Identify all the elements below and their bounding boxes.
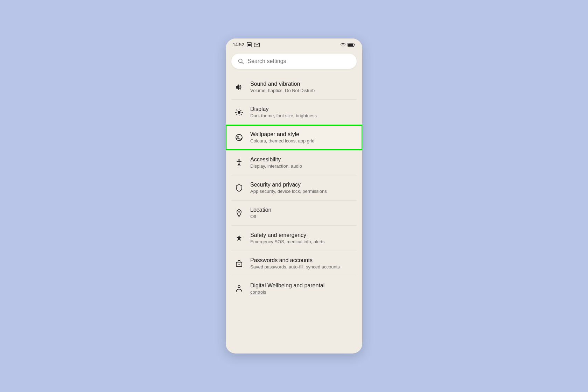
phone-frame: 14:52 <box>226 38 362 354</box>
search-input[interactable] <box>247 58 350 64</box>
passwords-subtitle: Saved passwords, auto-fill, synced accou… <box>250 264 340 270</box>
security-subtitle: App security, device lock, permissions <box>250 189 327 194</box>
status-time: 14:52 <box>233 42 244 47</box>
settings-item-sound[interactable]: Sound and vibration Volume, haptics, Do … <box>226 75 362 99</box>
settings-item-passwords[interactable]: Passwords and accounts Saved passwords, … <box>226 251 362 276</box>
wifi-icon <box>340 42 346 47</box>
location-subtitle: Off <box>250 214 272 219</box>
location-icon <box>234 208 244 218</box>
svg-point-19 <box>239 264 240 265</box>
wellbeing-subtitle: controls <box>250 289 324 295</box>
accessibility-title: Accessibility <box>250 156 302 163</box>
wallpaper-icon <box>234 133 244 142</box>
accessibility-icon <box>234 158 244 168</box>
search-icon <box>238 58 244 65</box>
safety-icon <box>234 233 244 243</box>
display-subtitle: Dark theme, font size, brightness <box>250 113 317 118</box>
safety-item-text: Safety and emergency Emergency SOS, medi… <box>250 232 324 244</box>
battery-icon <box>348 43 355 47</box>
security-icon <box>234 183 244 193</box>
location-item-text: Location Off <box>250 207 272 219</box>
svg-rect-5 <box>348 43 353 46</box>
safety-title: Safety and emergency <box>250 232 324 238</box>
sound-title: Sound and vibration <box>250 81 315 87</box>
settings-item-accessibility[interactable]: Accessibility Display, interaction, audi… <box>226 150 362 175</box>
sound-item-text: Sound and vibration Volume, haptics, Do … <box>250 81 315 93</box>
wellbeing-item-text: Digital Wellbeing and parental controls <box>250 282 324 295</box>
svg-rect-4 <box>355 44 355 46</box>
display-icon <box>234 107 244 117</box>
settings-item-wallpaper[interactable]: Wallpaper and style Colours, themed icon… <box>226 125 362 150</box>
display-item-text: Display Dark theme, font size, brightnes… <box>250 106 317 118</box>
accessibility-subtitle: Display, interaction, audio <box>250 163 302 169</box>
search-bar-container <box>226 49 362 75</box>
sim-icon <box>246 42 252 47</box>
sound-subtitle: Volume, haptics, Do Not Disturb <box>250 88 315 93</box>
accessibility-item-text: Accessibility Display, interaction, audi… <box>250 156 302 169</box>
wallpaper-subtitle: Colours, themed icons, app grid <box>250 138 315 144</box>
settings-list: Sound and vibration Volume, haptics, Do … <box>226 75 362 302</box>
display-title: Display <box>250 106 317 112</box>
svg-line-16 <box>239 163 240 166</box>
svg-line-7 <box>242 62 244 64</box>
security-item-text: Security and privacy App security, devic… <box>250 182 327 194</box>
settings-item-security[interactable]: Security and privacy App security, devic… <box>226 175 362 200</box>
svg-point-9 <box>238 111 240 114</box>
passwords-item-text: Passwords and accounts Saved passwords, … <box>250 257 340 270</box>
wellbeing-title: Digital Wellbeing and parental <box>250 282 324 289</box>
search-bar[interactable] <box>231 54 357 69</box>
wellbeing-icon <box>234 284 244 294</box>
status-bar: 14:52 <box>226 38 362 49</box>
mail-icon <box>254 43 260 47</box>
location-title: Location <box>250 207 272 213</box>
wallpaper-title: Wallpaper and style <box>250 131 315 138</box>
security-title: Security and privacy <box>250 182 327 188</box>
system-icons <box>340 42 355 47</box>
svg-marker-8 <box>236 84 239 90</box>
settings-item-safety[interactable]: Safety and emergency Emergency SOS, medi… <box>226 226 362 251</box>
passwords-icon <box>234 259 244 268</box>
passwords-title: Passwords and accounts <box>250 257 340 264</box>
svg-point-17 <box>238 211 240 212</box>
svg-point-10 <box>236 134 242 141</box>
wallpaper-item-text: Wallpaper and style Colours, themed icon… <box>250 131 315 144</box>
settings-item-display[interactable]: Display Dark theme, font size, brightnes… <box>226 100 362 125</box>
settings-item-location[interactable]: Location Off <box>226 201 362 225</box>
svg-rect-1 <box>248 44 251 46</box>
settings-item-wellbeing[interactable]: Digital Wellbeing and parental controls <box>226 276 362 302</box>
svg-point-11 <box>237 136 239 138</box>
svg-point-20 <box>238 286 240 288</box>
safety-subtitle: Emergency SOS, medical info, alerts <box>250 239 324 244</box>
sound-icon <box>234 82 244 92</box>
